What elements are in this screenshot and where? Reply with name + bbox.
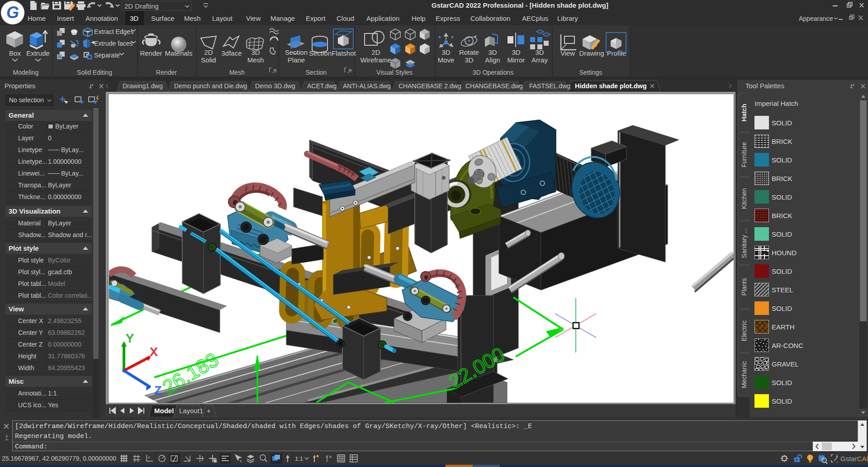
svg-text:X: X xyxy=(150,346,157,358)
svg-text:Model: Model xyxy=(154,407,174,415)
svg-text:Demo punch and Die.dwg: Demo punch and Die.dwg xyxy=(174,82,247,90)
svg-text:Z: Z xyxy=(155,384,161,396)
svg-text:CHANGEBASE.dwg: CHANGEBASE.dwg xyxy=(465,82,523,90)
svg-text:Y: Y xyxy=(126,332,133,344)
svg-text:ANTI-ALIAS.dwg: ANTI-ALIAS.dwg xyxy=(343,82,391,90)
svg-text:1:1: 1:1 xyxy=(295,455,303,462)
svg-text:FASTSEL.dwg: FASTSEL.dwg xyxy=(529,82,570,90)
svg-text:Hidden shade plot.dwg: Hidden shade plot.dwg xyxy=(575,82,647,90)
svg-text:+: + xyxy=(207,407,211,415)
svg-text:Layout1: Layout1 xyxy=(179,407,203,415)
svg-text:Demo 3D.dwg: Demo 3D.dwg xyxy=(255,82,295,90)
svg-text:ACET.dwg: ACET.dwg xyxy=(307,82,337,90)
svg-text:CHANGEBASE 2.dwg: CHANGEBASE 2.dwg xyxy=(398,82,461,90)
svg-text:G: G xyxy=(6,3,19,22)
svg-text:Drawing1.dwg: Drawing1.dwg xyxy=(123,82,163,90)
